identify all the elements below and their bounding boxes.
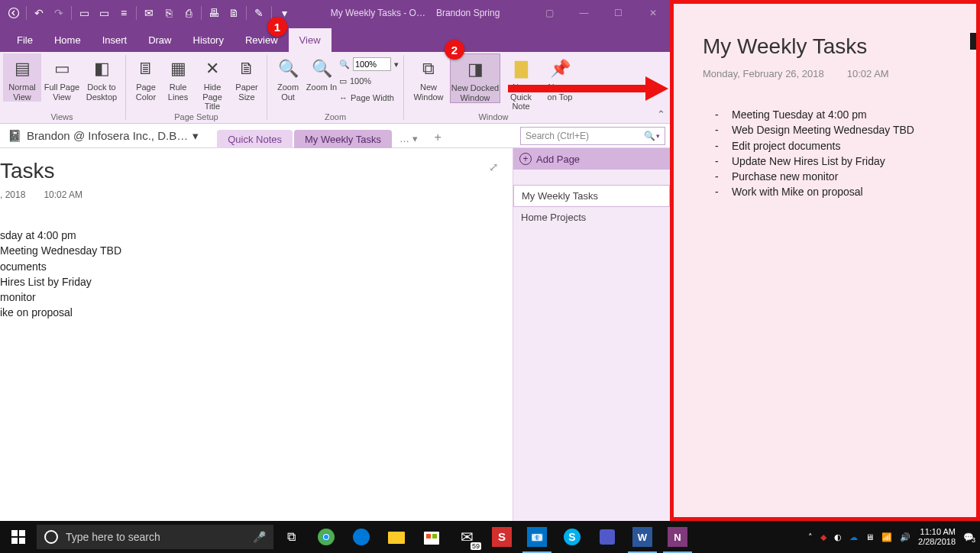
notebook-name: Brandon @ Infosera Inc., D.B… [27,129,188,142]
tray-chevron-icon[interactable]: ˄ [808,532,813,542]
app-word[interactable]: W [625,521,660,553]
print-icon[interactable]: 🖶 [205,4,223,22]
notebook-picker[interactable]: 📓 Brandon @ Infosera Inc., D.B… ▾ [0,129,206,143]
taskbar-search-placeholder: Type here to search [66,531,160,543]
task-list-partial[interactable]: sday at 4:00 pm Meeting Wednesday TBD oc… [0,228,513,321]
qat-icon-4[interactable]: ✉ [140,4,158,22]
callout-arrow [508,76,668,101]
zoom-in-button[interactable]: 🔍Zoom In [306,53,338,92]
qat-icon-8[interactable]: ✎ [250,4,268,22]
svg-marker-2 [645,76,668,101]
tray-icon-3[interactable]: 🖥 [865,532,874,542]
close-icon[interactable]: ✕ [636,0,670,26]
page-color-button[interactable]: 🗏Page Color [131,53,161,102]
zoom-100-button[interactable]: ▭ 100% [339,73,399,89]
callout-badge-1: 1 [267,17,287,37]
svg-text:📧: 📧 [531,531,544,544]
tab-view[interactable]: View [289,28,332,52]
tray-volume-icon[interactable]: 🔊 [900,532,910,542]
qat-icon-7[interactable]: 🗎 [225,4,243,22]
tab-history[interactable]: History [183,28,234,52]
app-onenote[interactable]: N [660,521,695,553]
qat-icon-6[interactable]: ⎙ [180,4,198,22]
tab-insert[interactable]: Insert [92,28,138,52]
maximize-icon[interactable]: ☐ [601,0,636,26]
section-weekly-tasks[interactable]: My Weekly Tasks [294,130,392,148]
app-edge[interactable] [344,521,379,553]
tray-network-icon[interactable]: 📶 [881,532,892,542]
qat-icon-5[interactable]: ⎘ [160,4,178,22]
app-skype[interactable]: S [555,521,590,553]
page-title[interactable]: Tasks [0,159,513,183]
tab-home[interactable]: Home [44,28,92,52]
paper-size-button[interactable]: 🗎Paper Size [231,53,262,102]
dock-desktop-button[interactable]: ◧Dock to Desktop [82,53,121,102]
expand-icon[interactable]: ⤢ [489,160,499,174]
zoom-out-button[interactable]: 🔍Zoom Out [272,53,304,102]
svg-text:N: N [674,532,681,543]
minimize-icon[interactable]: — [567,0,601,26]
taskbar-search[interactable]: Type here to search 🎤 [37,525,273,549]
svg-point-11 [353,529,370,545]
normal-view-button[interactable]: ▤Normal View [3,53,41,102]
app-outlook[interactable]: 📧 [519,521,555,553]
qat-icon-2[interactable]: ▭ [95,4,113,22]
redo-icon[interactable]: ↷ [50,4,68,22]
search-dropdown-icon: ▾ [656,132,660,140]
tray-onedrive-icon[interactable]: ☁ [849,532,858,542]
page-width-button[interactable]: ↔ Page Width [339,90,399,105]
docked-task-list[interactable]: -Meeting Tuesday at 4:00 pm -Web Design … [715,107,970,200]
paper-size-icon: 🗎 [234,57,259,81]
full-page-view-button[interactable]: ▭Full Page View [43,53,81,102]
start-button[interactable] [0,521,37,553]
tab-file[interactable]: File [6,28,44,52]
zoom-out-icon: 🔍 [276,57,300,81]
add-section-button[interactable]: + [425,127,451,148]
qat-icon-3[interactable]: ≡ [115,4,133,22]
search-input[interactable]: Search (Ctrl+E) 🔍▾ [520,127,665,145]
ribbon-group-page-setup: 🗏Page Color ▦Rule Lines ✕Hide Page Title… [128,52,265,123]
app-chrome[interactable] [309,521,344,553]
section-quick-notes[interactable]: Quick Notes [217,130,293,148]
app-store[interactable] [414,521,449,553]
undo-icon[interactable]: ↶ [30,4,48,22]
group-label-window: Window [478,112,508,123]
collapse-ribbon-icon[interactable]: ⌃ [657,108,665,120]
app-s[interactable]: S [484,521,519,553]
search-placeholder: Search (Ctrl+E) [526,131,589,141]
page-item-home-projects[interactable]: Home Projects [513,207,670,228]
task-view-button[interactable]: ⧉ [273,521,309,553]
system-tray: ˄ ◆ ◐ ☁ 🖥 📶 🔊 11:10 AM2/28/2018 💬3 [802,527,980,546]
app-teams[interactable] [590,521,625,553]
page-item-weekly-tasks[interactable]: My Weekly Tasks [513,185,670,207]
svg-point-0 [9,8,19,18]
new-window-icon: ⧉ [416,57,441,81]
title-bar: ↶ ↷ ▭ ▭ ≡ ✉ ⎘ ⎙ 🖶 🗎 ✎ ▾ My Weekly Tasks … [0,0,670,26]
rule-lines-button[interactable]: ▦Rule Lines [163,53,193,102]
section-more[interactable]: … ▾ [393,129,424,148]
new-docked-window-button[interactable]: ◨New Docked Window [450,53,500,103]
group-label-views: Views [50,112,73,123]
ribbon-display-icon[interactable]: ▢ [532,0,567,26]
zoom-percent-input[interactable]: 🔍▾ [339,57,399,72]
app-explorer[interactable] [379,521,414,553]
svg-rect-6 [19,538,25,544]
tray-clock[interactable]: 11:10 AM2/28/2018 [918,527,956,546]
page-list-pane: + Add Page My Weekly Tasks Home Projects [513,148,670,521]
hide-title-button[interactable]: ✕Hide Page Title [195,53,230,112]
qat-icon-1[interactable]: ▭ [75,4,93,22]
add-page-button[interactable]: + Add Page [513,148,670,170]
docked-page[interactable]: My Weekly Tasks Monday, February 26, 201… [684,15,970,511]
full-page-icon: ▭ [50,57,74,81]
tray-icon-1[interactable]: ◆ [820,532,826,542]
page-canvas[interactable]: ⤢ Tasks , 201810:02 AM sday at 4:00 pm M… [0,148,513,521]
docked-title[interactable]: My Weekly Tasks [703,34,970,59]
tray-notifications-icon[interactable]: 💬3 [963,532,974,542]
docked-window: My Weekly Tasks Monday, February 26, 201… [670,0,980,521]
app-mail[interactable]: ✉59 [449,521,484,553]
docked-date: Monday, February 26, 201810:02 AM [703,68,970,79]
back-icon[interactable] [5,4,23,22]
tray-icon-2[interactable]: ◐ [834,532,842,542]
new-window-button[interactable]: ⧉New Window [409,53,448,102]
tab-draw[interactable]: Draw [137,28,182,52]
